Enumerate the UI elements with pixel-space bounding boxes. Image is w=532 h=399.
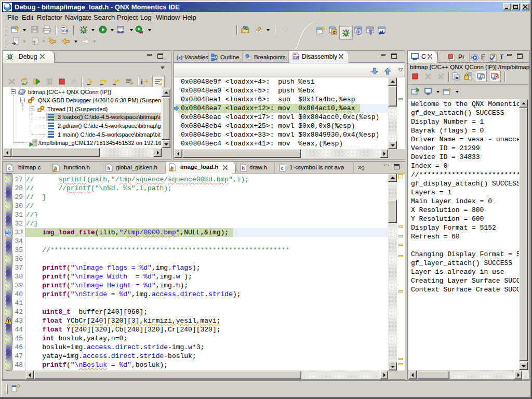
svg-text:c: c: [281, 166, 284, 171]
svg-text:c: c: [8, 166, 11, 171]
svg-text:C: C: [332, 30, 336, 35]
svg-text:h: h: [108, 166, 111, 171]
svg-text:i: i: [141, 78, 143, 86]
svg-text:010: 010: [294, 56, 299, 59]
svg-text:(x)=: (x)=: [177, 55, 184, 60]
svg-text:h: h: [242, 166, 245, 171]
svg-text:010: 010: [62, 29, 68, 33]
